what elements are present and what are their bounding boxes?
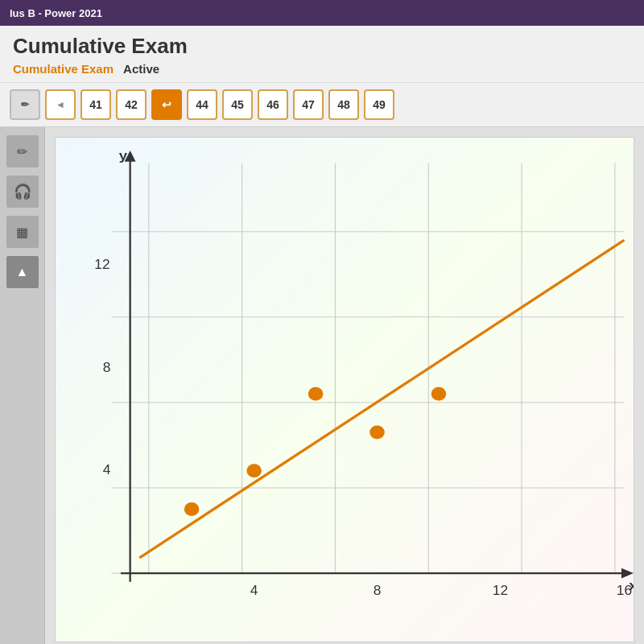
- svg-text:8: 8: [103, 360, 111, 374]
- nav-button-47[interactable]: 47: [293, 89, 324, 120]
- svg-text:12: 12: [94, 258, 109, 272]
- svg-text:8: 8: [374, 583, 382, 597]
- top-bar-title: lus B - Power 2021: [10, 7, 102, 19]
- breadcrumb-row: Cumulative Exam Active: [13, 62, 631, 82]
- svg-point-25: [184, 502, 200, 516]
- nav-button-48[interactable]: 48: [328, 89, 359, 120]
- svg-point-29: [431, 387, 447, 401]
- breadcrumb-link[interactable]: Cumulative Exam: [13, 62, 114, 76]
- svg-text:12: 12: [493, 583, 508, 597]
- sidebar: ✏ 🎧 ▦ ▲: [0, 127, 45, 644]
- active-badge: Active: [123, 62, 159, 76]
- chart-svg: y x 4 8 12 4 8 12 16: [56, 138, 634, 642]
- svg-marker-14: [621, 568, 634, 579]
- svg-point-27: [308, 387, 324, 401]
- nav-button-44[interactable]: 44: [187, 89, 217, 120]
- svg-point-28: [369, 426, 385, 440]
- back-arrow-button[interactable]: ↩: [151, 89, 182, 120]
- main-content: ✏ 🎧 ▦ ▲: [0, 127, 644, 644]
- header-area: Cumulative Exam Cumulative Exam Active: [0, 26, 644, 83]
- sidebar-calculator-icon[interactable]: ▦: [6, 216, 39, 248]
- svg-text:y: y: [119, 147, 127, 163]
- nav-button-41[interactable]: 41: [80, 89, 111, 120]
- nav-button-42[interactable]: 42: [116, 89, 147, 120]
- nav-button-49[interactable]: 49: [364, 89, 394, 120]
- nav-button-45[interactable]: 45: [222, 89, 253, 120]
- svg-line-24: [139, 240, 624, 558]
- edit-button[interactable]: ✏: [10, 89, 40, 120]
- sidebar-up-icon[interactable]: ▲: [6, 256, 39, 288]
- prev-arrow-button[interactable]: ◄: [45, 89, 76, 120]
- svg-text:16: 16: [617, 583, 632, 597]
- svg-text:4: 4: [103, 463, 111, 477]
- navigation-row: ✏ ◄ 41 42 ↩ 44 45 46 47 48 49: [0, 83, 644, 127]
- nav-button-46[interactable]: 46: [258, 89, 288, 120]
- chart-container: y x 4 8 12 4 8 12 16: [55, 137, 634, 642]
- page-title: Cumulative Exam: [13, 34, 631, 59]
- svg-text:4: 4: [250, 583, 258, 597]
- top-bar: lus B - Power 2021: [0, 0, 644, 26]
- svg-point-26: [246, 464, 262, 477]
- sidebar-headphones-icon[interactable]: 🎧: [6, 175, 39, 208]
- sidebar-pencil-icon[interactable]: ✏: [6, 135, 39, 167]
